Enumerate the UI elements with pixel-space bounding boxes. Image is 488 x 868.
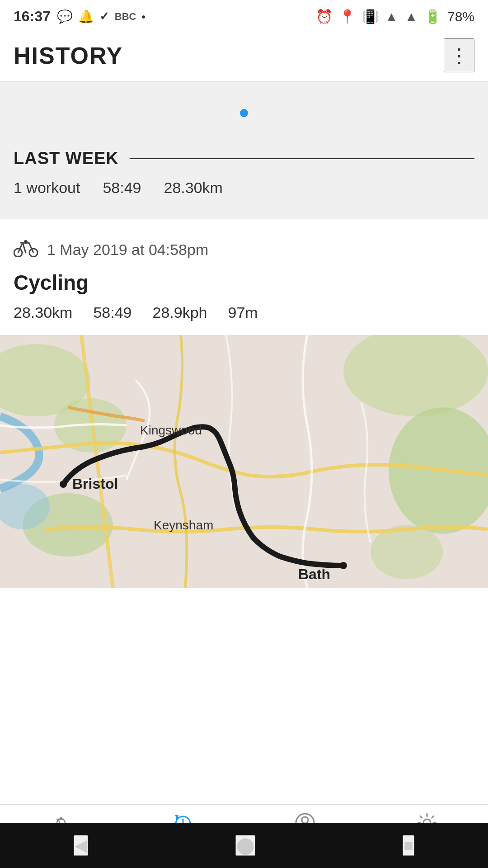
svg-text:Kingswood: Kingswood [140,423,202,437]
workout-type: Cycling [14,270,474,295]
total-distance: 28.30km [164,179,223,197]
svg-point-22 [302,817,308,823]
status-bar: 16:37 💬 🔔 ✓ BBC • ⏰ 📍 📳 ▲ ▲ 🔋 78% [0,0,488,29]
svg-point-2 [24,240,28,244]
dot-icon: • [142,10,145,23]
alarm-icon: ⏰ [316,9,333,24]
location-icon: 📍 [339,9,356,24]
last-week-title: LAST WEEK [14,149,119,168]
check-icon: ✓ [99,9,109,24]
route-map[interactable]: Bristol Kingswood Keynsham Bath [0,335,488,588]
recent-apps-button[interactable]: ■ [403,835,414,856]
workout-date: 1 May 2019 at 04:58pm [47,241,208,259]
sport-icon: BBC [115,11,136,23]
pagination-area [0,82,488,135]
total-duration: 58:49 [103,179,141,197]
notification-icon: 💬 [57,9,73,24]
svg-point-16 [340,562,347,569]
page-header: HISTORY ⋮ [0,29,488,82]
workout-entry[interactable]: 1 May 2019 at 04:58pm Cycling 28.30km 58… [0,219,488,321]
metric-distance: 28.30km [14,304,72,321]
svg-text:Bath: Bath [298,566,330,582]
svg-text:Bristol: Bristol [72,476,118,492]
android-nav-bar: ◀ ⬤ ■ [0,823,488,868]
battery-level: 78% [447,9,474,24]
metric-speed: 28.9kph [153,304,207,321]
vibrate-icon: 📳 [362,9,379,24]
wifi-icon: ▲ [385,9,399,24]
battery-icon: 🔋 [424,9,441,24]
more-menu-button[interactable]: ⋮ [444,38,474,72]
metric-duration: 58:49 [93,304,131,321]
home-button[interactable]: ⬤ [235,835,255,856]
pagination-dot [240,109,248,117]
workout-metrics: 28.30km 58:49 28.9kph 97m [14,304,474,321]
back-button[interactable]: ◀ [74,835,88,856]
last-week-section: LAST WEEK 1 workout 58:49 28.30km [0,135,488,219]
signal-icon: ▲ [404,9,418,24]
section-divider [130,158,474,159]
status-time: 16:37 [14,8,51,25]
svg-text:Keynsham: Keynsham [154,518,213,532]
metric-elevation: 97m [228,304,258,321]
whatsapp-icon: 🔔 [78,9,94,24]
workout-count: 1 workout [14,179,80,197]
last-week-stats: 1 workout 58:49 28.30km [14,175,474,197]
cycling-icon [14,237,38,262]
page-title: HISTORY [14,42,123,69]
svg-point-19 [60,817,63,820]
svg-point-15 [60,481,67,488]
